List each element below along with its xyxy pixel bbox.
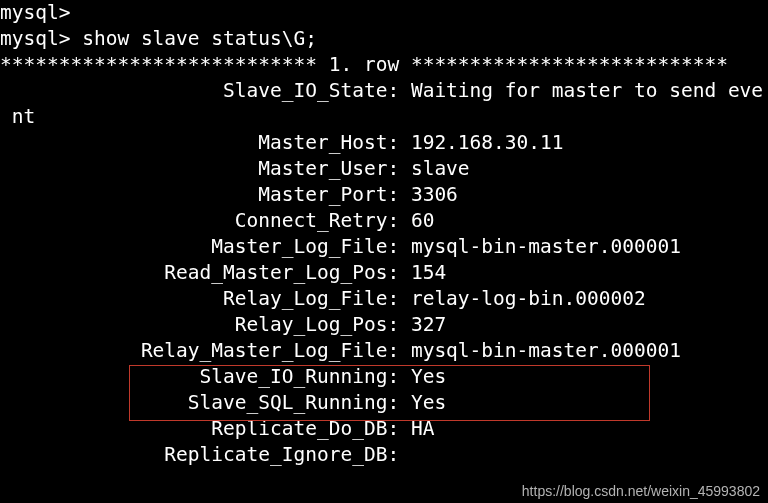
terminal-line: *************************** 1. row *****… [0,52,768,78]
terminal-output[interactable]: mysql>mysql> show slave status\G;*******… [0,0,768,468]
terminal-line: Relay_Log_Pos: 327 [0,312,768,338]
terminal-line: Master_User: slave [0,156,768,182]
terminal-line: Slave_IO_State: Waiting for master to se… [0,78,768,104]
terminal-line: Master_Log_File: mysql-bin-master.000001 [0,234,768,260]
terminal-line: nt [0,104,768,130]
terminal-line: Slave_SQL_Running: Yes [0,390,768,416]
terminal-line: Master_Port: 3306 [0,182,768,208]
terminal-line: Replicate_Do_DB: HA [0,416,768,442]
terminal-line: Relay_Master_Log_File: mysql-bin-master.… [0,338,768,364]
terminal-line: Read_Master_Log_Pos: 154 [0,260,768,286]
watermark-text: https://blog.csdn.net/weixin_45993802 [522,483,760,499]
terminal-line: Master_Host: 192.168.30.11 [0,130,768,156]
terminal-line: mysql> [0,0,768,26]
terminal-line: Connect_Retry: 60 [0,208,768,234]
terminal-line: Replicate_Ignore_DB: [0,442,768,468]
terminal-line: Slave_IO_Running: Yes [0,364,768,390]
terminal-line: Relay_Log_File: relay-log-bin.000002 [0,286,768,312]
terminal-line: mysql> show slave status\G; [0,26,768,52]
